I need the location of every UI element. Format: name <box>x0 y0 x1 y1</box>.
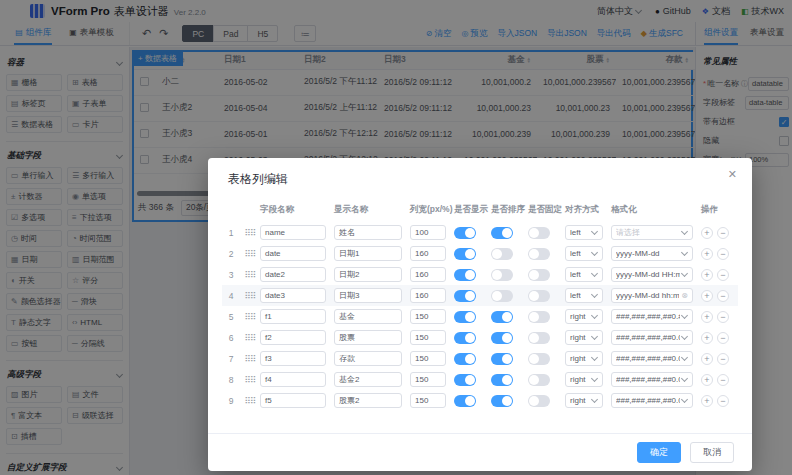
align-select[interactable]: left <box>565 246 603 261</box>
drag-handle-icon[interactable]: ⠿⠿ <box>240 333 260 343</box>
field-name-input[interactable]: f2 <box>260 330 326 345</box>
column-width-input[interactable]: 100 <box>410 225 446 240</box>
field-name-input[interactable]: f4 <box>260 372 326 387</box>
fixed-toggle[interactable] <box>528 290 550 302</box>
field-name-input[interactable]: name <box>260 225 326 240</box>
fixed-toggle[interactable] <box>528 395 550 407</box>
show-toggle[interactable] <box>454 227 476 239</box>
show-toggle[interactable] <box>454 248 476 260</box>
align-select[interactable]: right <box>565 393 603 408</box>
add-row-button[interactable]: + <box>701 374 713 386</box>
column-width-input[interactable]: 150 <box>410 309 446 324</box>
column-width-input[interactable]: 150 <box>410 372 446 387</box>
drag-handle-icon[interactable]: ⠿⠿ <box>240 228 260 238</box>
format-select[interactable]: 请选择 <box>611 225 693 240</box>
field-name-input[interactable]: date2 <box>260 267 326 282</box>
close-icon[interactable]: ✕ <box>728 169 737 180</box>
display-name-input[interactable]: 股票2 <box>334 393 402 408</box>
column-width-input[interactable]: 160 <box>410 246 446 261</box>
display-name-input[interactable]: 日期3 <box>334 288 402 303</box>
format-select[interactable]: ###,###,###,##0.00## <box>611 330 693 345</box>
sort-toggle[interactable] <box>491 353 513 365</box>
field-name-input[interactable]: date <box>260 246 326 261</box>
format-select[interactable]: yyyy-MM-dd hh:mm:ss⊗ <box>611 288 693 303</box>
align-select[interactable]: right <box>565 351 603 366</box>
align-select[interactable]: right <box>565 330 603 345</box>
show-toggle[interactable] <box>454 395 476 407</box>
remove-row-button[interactable]: − <box>717 395 729 407</box>
format-select[interactable]: ###,###,###,##0.0000 <box>611 351 693 366</box>
format-select[interactable]: ###,###,###,##0.00 <box>611 393 693 408</box>
sort-toggle[interactable] <box>491 374 513 386</box>
cancel-button[interactable]: 取消 <box>690 442 734 463</box>
display-name-input[interactable]: 存款 <box>334 351 402 366</box>
column-width-input[interactable]: 160 <box>410 288 446 303</box>
drag-handle-icon[interactable]: ⠿⠿ <box>240 249 260 259</box>
align-select[interactable]: left <box>565 225 603 240</box>
field-name-input[interactable]: f1 <box>260 309 326 324</box>
align-select[interactable]: left <box>565 267 603 282</box>
drag-handle-icon[interactable]: ⠿⠿ <box>240 375 260 385</box>
field-name-input[interactable]: date3 <box>260 288 326 303</box>
fixed-toggle[interactable] <box>528 374 550 386</box>
align-select[interactable]: left <box>565 288 603 303</box>
remove-row-button[interactable]: − <box>717 353 729 365</box>
remove-row-button[interactable]: − <box>717 290 729 302</box>
sort-toggle[interactable] <box>491 332 513 344</box>
show-toggle[interactable] <box>454 269 476 281</box>
fixed-toggle[interactable] <box>528 248 550 260</box>
format-select[interactable]: ###,###,###,##0.000 <box>611 372 693 387</box>
add-row-button[interactable]: + <box>701 332 713 344</box>
add-row-button[interactable]: + <box>701 269 713 281</box>
format-select[interactable]: ###,###,###,##0.##### <box>611 309 693 324</box>
remove-row-button[interactable]: − <box>717 269 729 281</box>
add-row-button[interactable]: + <box>701 353 713 365</box>
display-name-input[interactable]: 基金2 <box>334 372 402 387</box>
sort-toggle[interactable] <box>491 269 513 281</box>
display-name-input[interactable]: 股票 <box>334 330 402 345</box>
clear-icon[interactable]: ⊗ <box>681 292 688 300</box>
drag-handle-icon[interactable]: ⠿⠿ <box>240 312 260 322</box>
column-width-input[interactable]: 150 <box>410 330 446 345</box>
field-name-input[interactable]: f5 <box>260 393 326 408</box>
drag-handle-icon[interactable]: ⠿⠿ <box>240 354 260 364</box>
display-name-input[interactable]: 姓名 <box>334 225 402 240</box>
fixed-toggle[interactable] <box>528 227 550 239</box>
show-toggle[interactable] <box>454 353 476 365</box>
add-row-button[interactable]: + <box>701 248 713 260</box>
remove-row-button[interactable]: − <box>717 248 729 260</box>
remove-row-button[interactable]: − <box>717 374 729 386</box>
sort-toggle[interactable] <box>491 290 513 302</box>
add-row-button[interactable]: + <box>701 395 713 407</box>
align-select[interactable]: right <box>565 309 603 324</box>
column-width-input[interactable]: 160 <box>410 267 446 282</box>
remove-row-button[interactable]: − <box>717 227 729 239</box>
display-name-input[interactable]: 日期2 <box>334 267 402 282</box>
add-row-button[interactable]: + <box>701 290 713 302</box>
display-name-input[interactable]: 日期1 <box>334 246 402 261</box>
show-toggle[interactable] <box>454 374 476 386</box>
format-select[interactable]: yyyy-MM-dd <box>611 246 693 261</box>
drag-handle-icon[interactable]: ⠿⠿ <box>240 291 260 301</box>
field-name-input[interactable]: f3 <box>260 351 326 366</box>
sort-toggle[interactable] <box>491 395 513 407</box>
drag-handle-icon[interactable]: ⠿⠿ <box>240 396 260 406</box>
sort-toggle[interactable] <box>491 227 513 239</box>
column-width-input[interactable]: 150 <box>410 393 446 408</box>
fixed-toggle[interactable] <box>528 332 550 344</box>
column-width-input[interactable]: 150 <box>410 351 446 366</box>
sort-toggle[interactable] <box>491 311 513 323</box>
show-toggle[interactable] <box>454 311 476 323</box>
show-toggle[interactable] <box>454 290 476 302</box>
remove-row-button[interactable]: − <box>717 332 729 344</box>
drag-handle-icon[interactable]: ⠿⠿ <box>240 270 260 280</box>
display-name-input[interactable]: 基金 <box>334 309 402 324</box>
confirm-button[interactable]: 确定 <box>637 442 681 463</box>
show-toggle[interactable] <box>454 332 476 344</box>
fixed-toggle[interactable] <box>528 269 550 281</box>
add-row-button[interactable]: + <box>701 227 713 239</box>
remove-row-button[interactable]: − <box>717 311 729 323</box>
add-row-button[interactable]: + <box>701 311 713 323</box>
align-select[interactable]: right <box>565 372 603 387</box>
fixed-toggle[interactable] <box>528 311 550 323</box>
